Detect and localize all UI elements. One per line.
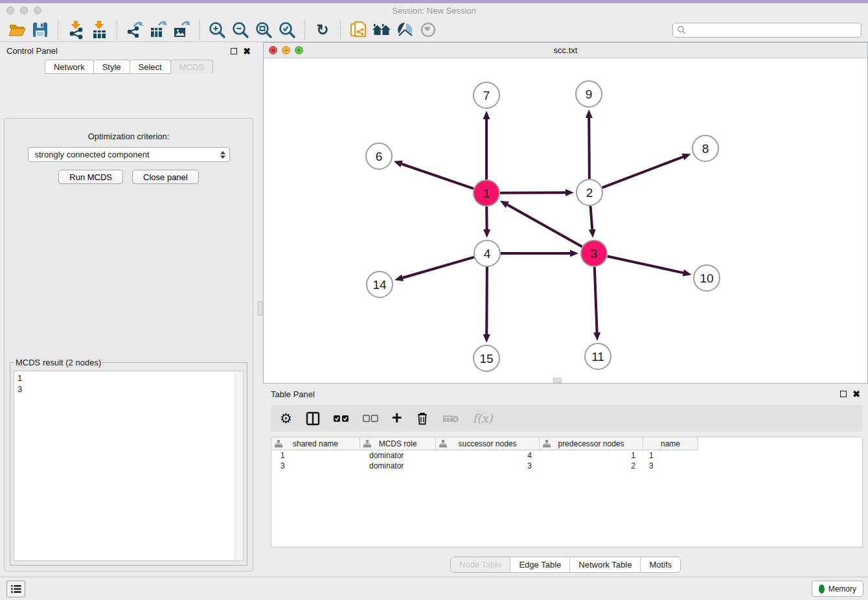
tab-mcds[interactable]: MCDS: [170, 60, 213, 74]
edge-4-3[interactable]: [501, 250, 578, 257]
zoom-in-icon[interactable]: [207, 19, 227, 40]
edge-3-1[interactable]: [500, 201, 582, 247]
zoom-selected-icon[interactable]: [277, 19, 297, 40]
tab-network-table[interactable]: Network Table: [569, 557, 640, 572]
table-row[interactable]: 1dominator411: [271, 450, 862, 461]
tab-node-table[interactable]: Node Table: [451, 557, 510, 572]
tab-network[interactable]: Network: [45, 60, 94, 74]
deselect-all-icon[interactable]: [363, 410, 378, 428]
refresh-icon[interactable]: ↻: [312, 19, 333, 40]
splitter-handle[interactable]: [258, 301, 262, 316]
export-table-icon[interactable]: [148, 19, 168, 40]
graph-node-4[interactable]: 4: [474, 240, 500, 266]
export-image-icon[interactable]: [171, 19, 192, 40]
column-type-icon: [275, 440, 282, 448]
node-table[interactable]: shared nameMCDS rolesuccessor nodesprede…: [271, 437, 863, 548]
column-header-successor-nodes[interactable]: successor nodes: [436, 437, 540, 450]
home-icon[interactable]: [371, 19, 392, 40]
tab-motifs[interactable]: Motifs: [640, 557, 680, 572]
import-table-icon[interactable]: [89, 19, 109, 40]
column-header-shared-name[interactable]: shared name: [271, 437, 360, 450]
search-input[interactable]: [689, 25, 857, 34]
graph-node-10[interactable]: 10: [694, 265, 720, 291]
float-panel-icon[interactable]: [231, 48, 237, 54]
select-all-icon[interactable]: [334, 410, 349, 428]
gear-icon[interactable]: ⚙: [280, 410, 292, 428]
show-hide-panel-icon[interactable]: [394, 19, 415, 40]
cell-predecessor-nodes[interactable]: 2: [540, 461, 643, 470]
edge-4-15[interactable]: [483, 267, 490, 343]
edge-3-10[interactable]: [608, 256, 692, 276]
run-mcds-button[interactable]: Run MCDS: [58, 170, 123, 184]
minimize-network-icon[interactable]: −: [282, 46, 290, 54]
graph-node-8[interactable]: 8: [692, 135, 718, 161]
memory-button[interactable]: Memory: [812, 581, 863, 597]
close-table-panel-icon[interactable]: ✖: [852, 391, 860, 397]
task-history-button[interactable]: [6, 581, 25, 597]
add-row-icon[interactable]: +: [392, 410, 402, 428]
graph-node-9[interactable]: 9: [576, 81, 602, 107]
vertical-splitter[interactable]: [257, 42, 263, 577]
cell-successor-nodes[interactable]: 4: [436, 451, 540, 460]
maximize-network-icon[interactable]: +: [295, 46, 303, 54]
column-type-icon: [439, 440, 447, 448]
column-header-name[interactable]: name: [643, 437, 698, 450]
criterion-dropdown[interactable]: strongly connected component: [28, 147, 230, 162]
edge-2-9[interactable]: [586, 110, 593, 179]
graph-node-14[interactable]: 14: [367, 271, 393, 297]
graph-node-15[interactable]: 15: [474, 345, 499, 371]
zoom-out-icon[interactable]: [230, 19, 251, 40]
cell-name[interactable]: 3: [643, 461, 698, 470]
cell-shared-name[interactable]: 3: [271, 461, 360, 470]
edge-2-8[interactable]: [602, 154, 691, 188]
save-session-icon[interactable]: [30, 19, 51, 40]
close-panel-icon[interactable]: ✖: [243, 48, 251, 54]
close-window-button[interactable]: [6, 6, 14, 14]
graph-node-11[interactable]: 11: [585, 343, 611, 369]
memory-label: Memory: [828, 584, 856, 594]
open-session-icon[interactable]: [6, 19, 27, 40]
graph-node-7[interactable]: 7: [474, 82, 499, 108]
graph-node-3[interactable]: 3: [581, 240, 607, 266]
cell-mcds-role[interactable]: dominator: [360, 461, 436, 470]
svg-text:9: 9: [586, 87, 593, 101]
close-panel-button[interactable]: Close panel: [132, 170, 199, 184]
edge-1-6[interactable]: [394, 161, 474, 189]
edge-4-14[interactable]: [394, 257, 474, 281]
window-controls[interactable]: [6, 6, 41, 14]
edge-3-11[interactable]: [593, 267, 600, 341]
export-network-icon[interactable]: [124, 19, 145, 40]
cell-shared-name[interactable]: 1: [271, 451, 360, 460]
tab-edge-table[interactable]: Edge Table: [510, 557, 569, 572]
tab-style[interactable]: Style: [93, 60, 130, 74]
eye-disabled-icon[interactable]: [418, 19, 439, 40]
mcds-result-text[interactable]: 1 3: [14, 371, 244, 561]
delete-row-icon[interactable]: [416, 410, 429, 428]
graph-node-6[interactable]: 6: [366, 143, 392, 169]
import-network-icon[interactable]: [65, 19, 86, 40]
cell-predecessor-nodes[interactable]: 1: [540, 451, 643, 460]
cell-successor-nodes[interactable]: 3: [436, 461, 540, 470]
graph-node-1[interactable]: 1: [474, 180, 499, 206]
zoom-fit-icon[interactable]: [253, 19, 274, 40]
columns-icon[interactable]: [306, 410, 320, 428]
open-session-file-icon[interactable]: [348, 19, 369, 40]
zoom-window-button[interactable]: [34, 6, 41, 14]
column-header-mcds-role[interactable]: MCDS role: [360, 437, 436, 450]
float-table-panel-icon[interactable]: [840, 391, 847, 397]
table-row[interactable]: 3dominator323: [271, 461, 862, 471]
cell-name[interactable]: 1: [643, 451, 698, 460]
edge-1-2[interactable]: [500, 189, 574, 196]
edge-2-3[interactable]: [589, 206, 596, 238]
edge-1-7[interactable]: [483, 111, 490, 179]
splitter-handle[interactable]: [553, 378, 562, 383]
cell-mcds-role[interactable]: dominator: [360, 451, 436, 460]
edge-1-4[interactable]: [483, 207, 490, 238]
minimize-window-button[interactable]: [20, 6, 28, 14]
close-network-icon[interactable]: ✕: [269, 46, 277, 54]
tab-select[interactable]: Select: [130, 60, 171, 74]
network-canvas[interactable]: 7968124314101511: [264, 58, 867, 383]
result-scrollbar[interactable]: [235, 372, 242, 560]
column-header-predecessor-nodes[interactable]: predecessor nodes: [540, 437, 643, 450]
graph-node-2[interactable]: 2: [577, 179, 602, 205]
